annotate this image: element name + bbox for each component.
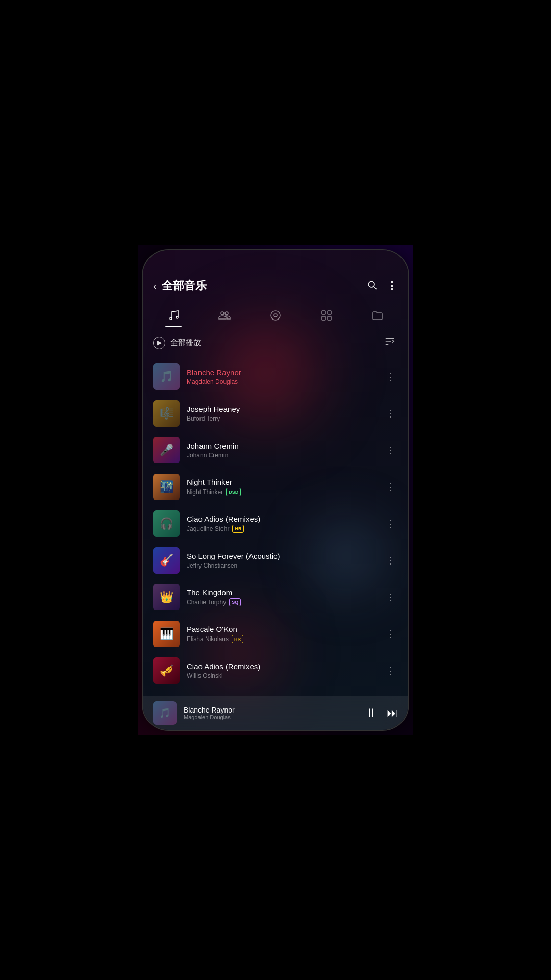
- song-title: The Kingdom: [187, 588, 377, 597]
- song-more-button[interactable]: ⋮: [384, 442, 398, 458]
- song-thumbnail: 🎺: [153, 657, 180, 684]
- song-title: Ciao Adios (Remixes): [187, 662, 377, 671]
- play-circle-icon: ▶: [153, 337, 165, 349]
- song-artist: Jeffry Christiansen: [187, 562, 377, 569]
- song-thumbnail: 🎸: [153, 547, 180, 574]
- song-info: Johann Cremin Johann Cremin: [187, 442, 377, 459]
- song-info: So Long Forever (Acoustic) Jeffry Christ…: [187, 552, 377, 569]
- song-title: So Long Forever (Acoustic): [187, 552, 377, 560]
- next-button[interactable]: ⏭: [387, 706, 398, 720]
- header-icons: ⋮: [367, 279, 398, 292]
- song-item[interactable]: 🎸 So Long Forever (Acoustic) Jeffry Chri…: [143, 542, 408, 579]
- song-info: Night Thinker Night Thinker DSD: [187, 478, 377, 497]
- song-artist: Magdalen Douglas: [187, 378, 377, 385]
- song-artist: Charlie Torphy SQ: [187, 598, 377, 607]
- sort-button[interactable]: [382, 333, 398, 352]
- thumb-image: 🌃: [153, 474, 180, 500]
- svg-rect-4: [322, 311, 325, 314]
- song-thumbnail: 🎹: [153, 621, 180, 647]
- song-more-button[interactable]: ⋮: [384, 663, 398, 679]
- svg-rect-7: [328, 316, 331, 320]
- song-more-button[interactable]: ⋮: [384, 479, 398, 495]
- thumb-image: 🎧: [153, 510, 180, 537]
- song-item[interactable]: 🎤 Johann Cremin Johann Cremin ⋮: [143, 432, 408, 469]
- song-title: Johann Cremin: [187, 442, 377, 450]
- song-info: Blanche Raynor Magdalen Douglas: [187, 368, 377, 385]
- song-title: Ciao Adios (Remixes): [187, 514, 377, 523]
- tab-songs[interactable]: [160, 305, 187, 327]
- svg-line-1: [374, 286, 377, 289]
- song-artist: Jaqueline Stehr HR: [187, 525, 377, 533]
- now-playing-thumb: 🎵: [153, 701, 177, 725]
- song-thumbnail: 🎧: [153, 510, 180, 537]
- song-item[interactable]: 🎧 Ciao Adios (Remixes) Jaqueline Stehr H…: [143, 505, 408, 542]
- app-container: ‹ 全部音乐 ⋮: [143, 250, 408, 730]
- now-playing-title: Blanche Raynor: [184, 706, 358, 714]
- song-artist: Buford Terry: [187, 415, 377, 422]
- song-artist: Elisha Nikolaus HR: [187, 635, 377, 644]
- phone-wrapper: ‹ 全部音乐 ⋮: [138, 245, 413, 735]
- song-title: Pascale O'Kon: [187, 625, 377, 633]
- song-artist: Johann Cremin: [187, 452, 377, 459]
- song-item[interactable]: 🎺 Ciao Adios (Remixes) Willis Osinski ⋮: [143, 652, 408, 689]
- now-playing-artist: Magdalen Douglas: [184, 714, 358, 720]
- svg-point-3: [274, 314, 277, 317]
- song-item[interactable]: 👑 The Kingdom Charlie Torphy SQ ⋮: [143, 579, 408, 616]
- play-all-button[interactable]: ▶ 全部播放: [153, 337, 201, 349]
- quality-badge: HR: [232, 635, 243, 644]
- song-artist: Night Thinker DSD: [187, 488, 377, 497]
- thumb-image: 🎸: [153, 547, 180, 574]
- thumb-image: 🎺: [153, 657, 180, 684]
- song-title: Blanche Raynor: [187, 368, 377, 377]
- song-more-button[interactable]: ⋮: [384, 589, 398, 605]
- quality-badge: DSD: [226, 488, 241, 497]
- nav-tabs: [143, 301, 408, 327]
- back-button[interactable]: ‹: [153, 280, 157, 292]
- song-info: Ciao Adios (Remixes) Jaqueline Stehr HR: [187, 514, 377, 533]
- song-item[interactable]: 🌃 Night Thinker Night Thinker DSD ⋮: [143, 469, 408, 505]
- thumb-image: 👑: [153, 584, 180, 610]
- svg-rect-6: [322, 316, 325, 320]
- song-artist: Willis Osinski: [187, 672, 377, 679]
- song-item[interactable]: 🎼 Joseph Heaney Buford Terry ⋮: [143, 395, 408, 432]
- song-more-button[interactable]: ⋮: [384, 552, 398, 569]
- song-title: Night Thinker: [187, 478, 377, 486]
- song-more-button[interactable]: ⋮: [384, 405, 398, 422]
- song-thumbnail: 🎼: [153, 400, 180, 427]
- song-thumbnail: 🎵: [153, 363, 180, 390]
- now-playing-bar[interactable]: 🎵 Blanche Raynor Magdalen Douglas ⏸ ⏭: [143, 696, 408, 730]
- overflow-menu-icon[interactable]: ⋮: [386, 279, 398, 292]
- search-icon[interactable]: [367, 280, 377, 292]
- song-list: 🎵 Blanche Raynor Magdalen Douglas ⋮ 🎼 Jo…: [143, 358, 408, 696]
- song-more-button[interactable]: ⋮: [384, 369, 398, 385]
- song-more-button[interactable]: ⋮: [384, 516, 398, 532]
- phone-frame: ‹ 全部音乐 ⋮: [143, 250, 408, 730]
- now-playing-controls: ⏸ ⏭: [365, 706, 398, 720]
- song-thumbnail: 👑: [153, 584, 180, 610]
- song-item[interactable]: 🎵 Blanche Raynor Magdalen Douglas ⋮: [143, 358, 408, 395]
- thumb-image: 🎼: [153, 400, 180, 427]
- tab-artists[interactable]: [211, 305, 238, 327]
- now-playing-thumb-emoji: 🎵: [159, 707, 170, 719]
- header: ‹ 全部音乐 ⋮: [143, 250, 408, 301]
- pause-button[interactable]: ⏸: [365, 706, 378, 720]
- tab-folders[interactable]: [364, 305, 391, 327]
- thumb-image: 🎹: [153, 621, 180, 647]
- song-info: Ciao Adios (Remixes) Willis Osinski: [187, 662, 377, 679]
- song-info: The Kingdom Charlie Torphy SQ: [187, 588, 377, 607]
- play-all-label: 全部播放: [170, 338, 201, 348]
- svg-point-2: [271, 311, 280, 320]
- header-left: ‹ 全部音乐: [153, 278, 207, 293]
- song-more-button[interactable]: ⋮: [384, 626, 398, 642]
- page-title: 全部音乐: [162, 278, 207, 293]
- thumb-image: 🎤: [153, 437, 180, 463]
- now-playing-info: Blanche Raynor Magdalen Douglas: [184, 706, 358, 720]
- song-thumbnail: 🌃: [153, 474, 180, 500]
- song-info: Pascale O'Kon Elisha Nikolaus HR: [187, 625, 377, 644]
- song-item[interactable]: 🎹 Pascale O'Kon Elisha Nikolaus HR ⋮: [143, 616, 408, 652]
- song-title: Joseph Heaney: [187, 405, 377, 413]
- song-info: Joseph Heaney Buford Terry: [187, 405, 377, 422]
- tab-playlists[interactable]: [313, 305, 340, 327]
- tab-albums[interactable]: [262, 305, 289, 327]
- quality-badge: SQ: [229, 598, 241, 607]
